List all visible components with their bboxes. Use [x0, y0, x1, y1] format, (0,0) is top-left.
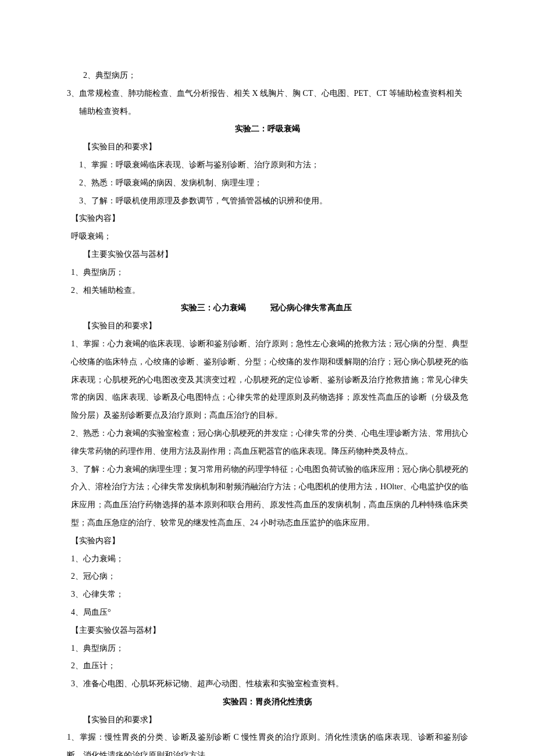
line-item: 1、掌握：呼吸衰竭临床表现、诊断与鉴别诊断、治疗原则和方法；	[67, 156, 468, 174]
line-item: 2、相关辅助检查。	[67, 282, 468, 300]
line-item: 2、熟悉：呼吸衰竭的病因、发病机制、病理生理；	[67, 174, 468, 192]
line-item: 1、掌握：慢性胃炎的分类、诊断及鉴别诊断 C 慢性胃炎的治疗原则。消化性溃疡的临…	[67, 729, 468, 756]
heading-part-b: 冠心病心律失常高血压	[270, 303, 352, 312]
line-item: 4、局血压°	[67, 604, 468, 622]
line-item: 1、掌握：心力衰竭的临床表现、诊断和鉴别诊断、治疗原则；急性左心衰竭的抢救方法；…	[67, 335, 468, 425]
section-label: 【实验目的和要求】	[67, 138, 468, 156]
heading-experiment-3: 实验三：心力衰竭冠心病心律失常高血压	[67, 299, 468, 317]
line-item: 2、典型病历；	[67, 67, 468, 85]
line-item: 3、准备心电图、心肌坏死标记物、超声心动图、性核素和实验室检查资料。	[67, 675, 468, 693]
section-label: 【实验目的和要求】	[67, 317, 468, 335]
line-item: 3、心律失常；	[67, 586, 468, 604]
line-item: 呼吸衰竭；	[67, 228, 468, 246]
line-item: 1、典型病历；	[67, 640, 468, 658]
heading-experiment-4: 实验四：胃炎消化性溃疡	[67, 693, 468, 711]
section-label: 【主要实验仪器与器材】	[67, 622, 468, 640]
line-item: 1、典型病历；	[67, 264, 468, 282]
section-label: 【实验内容】	[67, 532, 468, 550]
line-item: 2、熟悉：心力衰竭的实验室检查；冠心病心肌梗死的并发症；心律失常的分类、心电生理…	[67, 425, 468, 461]
line-item: 3、了解：呼吸机使用原理及参数调节，气管插管器械的识辨和使用。	[67, 192, 468, 210]
heading-experiment-2: 实验二：呼吸衰竭	[67, 120, 468, 138]
line-item: 3、血常规检查、肺功能检查、血气分析报告、相关 X 线胸片、胸 CT、心电图、P…	[67, 85, 468, 121]
line-item: 3、了解：心力衰竭的病理生理；复习常用药物的药理学特征；心电图负荷试验的临床应用…	[67, 461, 468, 532]
line-item: 2、冠心病；	[67, 568, 468, 586]
section-label: 【实验目的和要求】	[67, 711, 468, 729]
line-item: 1、心力衰竭；	[67, 550, 468, 568]
line-item: 2、血压计；	[67, 657, 468, 675]
section-label: 【实验内容】	[67, 210, 468, 228]
heading-part-a: 实验三：心力衰竭	[181, 303, 246, 312]
section-label: 【主要实验仪器与器材】	[67, 246, 468, 264]
